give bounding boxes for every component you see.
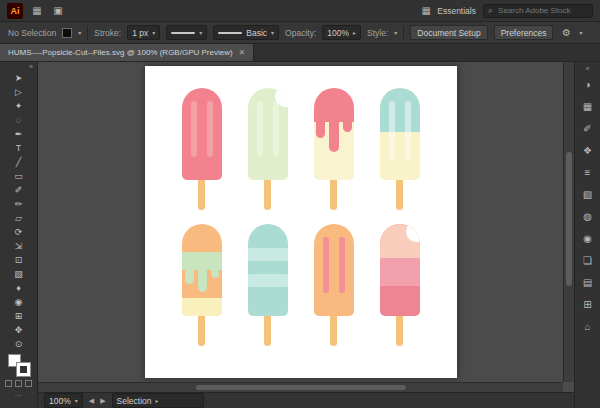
shape-layer <box>182 298 222 316</box>
draw-inside-mode-button[interactable] <box>25 380 32 387</box>
pen-tool[interactable]: ✒ <box>7 127 31 141</box>
layers-panel-icon[interactable]: ▤ <box>580 275 596 290</box>
line-segment-tool[interactable]: ╱ <box>7 155 31 169</box>
shape-layer <box>207 101 213 157</box>
screen-mode-icon[interactable]: … <box>15 389 23 398</box>
blend-tool[interactable]: ◉ <box>7 295 31 309</box>
brush-stroke-icon <box>218 32 242 34</box>
type-tool[interactable]: T <box>7 141 31 155</box>
opacity-value: 100% <box>327 28 349 38</box>
shape-layer <box>191 101 197 157</box>
gradient-tool[interactable]: ▧ <box>7 267 31 281</box>
shape-layer <box>248 248 288 261</box>
gradient-panel-icon[interactable]: ▧ <box>580 187 596 202</box>
drawing-modes <box>5 380 32 387</box>
eyedropper-tool[interactable]: ♦ <box>7 281 31 295</box>
more-options-icon[interactable]: ⚙ <box>559 27 573 38</box>
shape-layer <box>248 274 288 287</box>
zoom-level-value: 100% <box>49 396 71 406</box>
canvas-pasteboard[interactable] <box>38 62 563 382</box>
orange-striped-popsicle[interactable] <box>314 224 354 346</box>
artboard-tool[interactable]: ⊞ <box>7 309 31 323</box>
symbols-panel-icon[interactable]: ❖ <box>580 143 596 158</box>
graphic-styles-panel-icon[interactable]: ❏ <box>580 253 596 268</box>
artboards-panel-icon[interactable]: ⊞ <box>580 297 596 312</box>
scale-tool[interactable]: ⇲ <box>7 239 31 253</box>
pink-striped-popsicle[interactable] <box>182 88 222 210</box>
direct-selection-tool[interactable]: ▷ <box>7 85 31 99</box>
width-profile-dropdown[interactable]: ▾ <box>166 25 207 40</box>
rotate-tool[interactable]: ⟳ <box>7 225 31 239</box>
search-input[interactable] <box>496 5 588 16</box>
status-readout[interactable]: Selection ▸ <box>112 393 204 408</box>
hand-tool[interactable]: ✥ <box>7 323 31 337</box>
draw-behind-mode-button[interactable] <box>15 380 22 387</box>
lasso-tool[interactable]: ◌ <box>7 113 31 127</box>
vertical-scrollbar[interactable] <box>563 62 574 382</box>
brush-definition-dropdown[interactable]: Basic ▾ <box>213 25 279 40</box>
illustrator-window: Ai ▦ ▣ ▦ Essentials ⌕ No Selection ▾ Str… <box>0 0 600 408</box>
opacity-field[interactable]: 100% ▸ <box>322 25 361 40</box>
paintbrush-tool[interactable]: ✐ <box>7 183 31 197</box>
illustrator-logo: Ai <box>7 3 23 19</box>
selection-tool[interactable]: ➤ <box>7 71 31 85</box>
previous-artboard-icon[interactable]: ◀ <box>89 397 94 405</box>
color-panel-icon[interactable]: ◑ <box>580 77 596 92</box>
libraries-panel-icon[interactable]: ⌂ <box>580 319 596 334</box>
style-caret-icon[interactable]: ▾ <box>394 29 397 36</box>
zoom-level-dropdown[interactable]: 100% ▾ <box>44 393 83 408</box>
stroke-width-value: 1 px <box>132 28 148 38</box>
document-tab[interactable]: HUMS----Popsicle-Cut--Files.svg @ 100% (… <box>0 44 254 61</box>
stroke-swatch[interactable] <box>17 363 30 376</box>
shape-layer <box>248 224 288 316</box>
control-bar: No Selection ▾ Stroke: 1 px ▾ ▾ Basic ▾ … <box>0 22 600 44</box>
fill-caret-icon[interactable]: ▾ <box>78 29 81 36</box>
shape-layer <box>405 101 411 161</box>
stroke-panel-icon[interactable]: ≡ <box>580 165 596 180</box>
horizontal-scrollbar-thumb[interactable] <box>196 385 406 390</box>
pencil-tool[interactable]: ✏ <box>7 197 31 211</box>
artboard[interactable] <box>145 66 457 378</box>
appearance-panel-icon[interactable]: ◉ <box>580 231 596 246</box>
close-tab-icon[interactable]: ✕ <box>239 48 246 57</box>
more-options-caret-icon[interactable]: ▾ <box>579 29 582 36</box>
expand-panels-icon[interactable]: « <box>586 65 590 75</box>
horizontal-scrollbar[interactable] <box>38 382 563 392</box>
orange-melting-popsicle[interactable] <box>182 224 222 346</box>
fill-color-swatch[interactable] <box>62 28 72 38</box>
draw-normal-mode-button[interactable] <box>5 380 12 387</box>
shape-layer <box>257 101 263 157</box>
green-bitten-popsicle[interactable] <box>248 88 288 210</box>
arrange-documents-icon[interactable]: ▣ <box>51 5 65 16</box>
next-artboard-icon[interactable]: ▶ <box>100 397 105 405</box>
transparency-panel-icon[interactable]: ◍ <box>580 209 596 224</box>
preferences-button[interactable]: Preferences <box>494 25 554 40</box>
zoom-tool[interactable]: ⊙ <box>7 337 31 351</box>
brushes-panel-icon[interactable]: ✐ <box>580 121 596 136</box>
vertical-scrollbar-thumb[interactable] <box>566 152 572 286</box>
workspace-switcher[interactable]: ▦ Essentials <box>419 5 476 16</box>
shape-layer <box>211 264 219 278</box>
free-transform-tool[interactable]: ⊡ <box>7 253 31 267</box>
expand-toolbar-icon[interactable]: » <box>29 63 33 71</box>
teal-wavy-popsicle[interactable] <box>248 224 288 346</box>
rectangle-tool[interactable]: ▭ <box>7 169 31 183</box>
adobe-stock-search[interactable]: ⌕ <box>483 4 593 18</box>
home-icon[interactable]: ▦ <box>30 5 44 16</box>
green-bitten-popsicle-stick <box>264 180 271 210</box>
document-setup-button[interactable]: Document Setup <box>410 25 487 40</box>
shape-layer <box>316 112 325 138</box>
mint-striped-popsicle[interactable] <box>380 88 420 210</box>
brush-caret-icon: ▾ <box>271 29 274 36</box>
brush-definition-value: Basic <box>246 28 267 38</box>
eraser-tool[interactable]: ▱ <box>7 211 31 225</box>
pink-striped-popsicle-stick <box>198 180 205 210</box>
popsicle-grid <box>145 66 457 346</box>
pink-banded-bitten-popsicle[interactable] <box>380 224 420 346</box>
magic-wand-tool[interactable]: ✦ <box>7 99 31 113</box>
pink-melting-popsicle[interactable] <box>314 88 354 210</box>
teal-wavy-popsicle-body <box>248 224 288 316</box>
swatches-panel-icon[interactable]: ▦ <box>580 99 596 114</box>
green-bitten-popsicle-body <box>248 88 288 180</box>
stroke-width-field[interactable]: 1 px ▾ <box>127 25 160 40</box>
